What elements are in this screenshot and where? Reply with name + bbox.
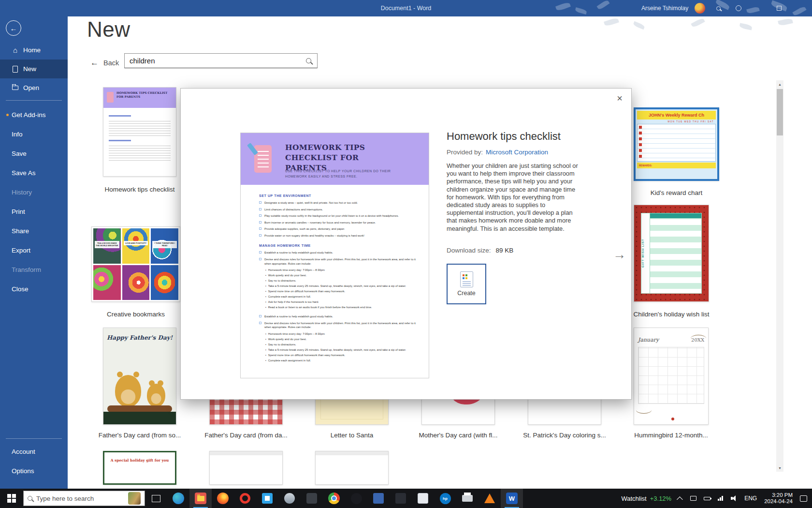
template-card-holiday-gift[interactable]: A special holiday gift for you <box>103 451 176 485</box>
vertical-scrollbar[interactable] <box>776 80 783 472</box>
thumb-grid <box>637 124 716 162</box>
provided-by-label: Provided by: <box>447 149 483 156</box>
decorative-leaf <box>739 23 753 30</box>
template-thumbnail <box>209 451 283 485</box>
calendar-month: January <box>638 337 659 343</box>
taskbar-search[interactable]: Type here to search <box>23 491 145 506</box>
calendar-grid <box>638 347 704 404</box>
taskbar-app-6[interactable] <box>278 489 301 508</box>
thumb-body <box>103 108 176 165</box>
taskbar-app-opera[interactable] <box>234 489 256 508</box>
bear-illustration <box>147 384 165 407</box>
template-card-kids-reward-chart[interactable]: JOHN's Weekly Reward Ch MON TUE WED THU … <box>634 107 719 181</box>
provider-link[interactable]: Microsoft Corporation <box>486 149 548 156</box>
taskbar-app-10[interactable] <box>367 489 390 508</box>
user-name[interactable]: Arseine Tshimolay <box>641 5 688 12</box>
rule-item: Say no to distractions. <box>265 279 419 283</box>
taskbar-app-file-explorer[interactable] <box>189 489 212 508</box>
template-card-creative-bookmarks[interactable]: TEA & BOOKS MAKE THE WORLD BRIGHTER LOVE… <box>91 226 180 302</box>
template-label: Mother's Day card (with fl... <box>414 432 503 439</box>
taskbar-app-edge[interactable] <box>167 489 189 508</box>
taskbar-app-hp[interactable]: hp <box>434 489 456 508</box>
sidebar-item-info[interactable]: Info <box>0 125 68 144</box>
next-template-arrow[interactable]: → <box>613 247 626 262</box>
template-card-partial[interactable] <box>209 451 283 485</box>
stocks-ticker[interactable]: Watchlist +3.12% <box>621 495 671 502</box>
sidebar-item-label: Account <box>12 448 35 455</box>
taskbar-app-store[interactable] <box>256 489 278 508</box>
sidebar-item-save-as[interactable]: Save As <box>0 164 68 182</box>
sidebar-item-history: History <box>0 183 68 202</box>
thumb-section-bar <box>109 115 131 117</box>
start-button[interactable] <box>0 489 23 508</box>
feedback-smiley-icon[interactable] <box>735 4 742 12</box>
tray-battery-icon[interactable] <box>704 497 710 500</box>
sidebar-item-get-add-ins[interactable]: Get Add-ins <box>0 105 68 124</box>
search-icon[interactable] <box>714 4 722 12</box>
restore-window-icon[interactable] <box>775 4 783 12</box>
template-thumbnail: Happy Father's Day! <box>103 328 176 425</box>
scrollbar-thumb[interactable] <box>777 89 783 135</box>
thumb-text-lines <box>109 144 171 161</box>
back-button[interactable] <box>6 20 21 36</box>
tray-monitor-icon[interactable] <box>690 496 696 501</box>
app-icon <box>373 493 384 504</box>
sidebar-item-new[interactable]: New <box>0 60 68 78</box>
template-card-partial[interactable] <box>315 451 389 485</box>
taskbar-app-7[interactable] <box>301 489 323 508</box>
decorative-leaf <box>778 18 793 26</box>
magnifier-glyph <box>716 6 721 11</box>
create-button[interactable]: Create <box>447 264 486 304</box>
search-icon[interactable] <box>306 58 311 63</box>
rule-item: Complete each assignment in full. <box>265 295 419 299</box>
search-placeholder: Type here to search <box>36 495 94 502</box>
sidebar-item-home[interactable]: Home <box>0 41 68 60</box>
hidden-icons-chevron-icon[interactable] <box>677 496 683 503</box>
sidebar-item-close[interactable]: Close <box>0 280 68 299</box>
template-card-hummingbird-calendar[interactable]: January 20XX Hummingbird 12-month... <box>634 328 709 425</box>
opera-icon <box>240 493 250 504</box>
template-card-holiday-wish-list[interactable]: GIFT WISH LIST Children's holiday wish l… <box>634 205 709 302</box>
taskbar-app-vlc[interactable] <box>478 489 501 508</box>
search-highlight-image[interactable] <box>128 492 141 505</box>
backstage-sidebar: Home New Open Get Add-ins Info Save Save… <box>0 0 68 489</box>
template-label: Creative bookmarks <box>84 311 188 318</box>
scroll-down-arrow-icon[interactable] <box>776 464 783 472</box>
sidebar-item-account[interactable]: Account <box>0 442 68 461</box>
sidebar-item-share[interactable]: Share <box>0 222 68 240</box>
sidebar-item-transform: Transform <box>0 260 68 279</box>
template-card-homework-tips[interactable]: HOMEWORK TIPS CHECKLIST FOR PARENTS Home… <box>103 87 176 177</box>
sidebar-item-export[interactable]: Export <box>0 241 68 260</box>
thumb-title: JOHN's Weekly Reward Ch <box>637 111 716 120</box>
checklist-item: Devise and discuss rules for homework ti… <box>259 257 419 266</box>
clock[interactable]: 3:20 PM 2024-04-24 <box>764 492 793 505</box>
template-card-fathers-day-bears[interactable]: Happy Father's Day! Father's Day card (f… <box>103 328 176 425</box>
back-link[interactable]: Back <box>90 58 119 68</box>
avatar[interactable] <box>695 3 705 14</box>
tray-volume-icon[interactable] <box>731 495 737 501</box>
task-view-button[interactable] <box>145 489 167 508</box>
search-input[interactable] <box>130 57 306 65</box>
vlc-icon <box>484 493 495 503</box>
download-size-label: Download size: <box>447 247 491 254</box>
taskbar-app-firefox[interactable] <box>212 489 234 508</box>
taskbar-app-11[interactable] <box>390 489 412 508</box>
taskbar-app-12[interactable] <box>412 489 434 508</box>
tray-network-icon[interactable] <box>718 496 724 501</box>
taskbar-app-chrome[interactable] <box>323 489 345 508</box>
checklist-item: Limit chances of distractions and interr… <box>259 208 419 212</box>
sidebar-item-print[interactable]: Print <box>0 202 68 221</box>
taskbar-app-9[interactable] <box>345 489 367 508</box>
clock-time: 3:20 PM <box>764 492 793 498</box>
taskbar-app-word[interactable]: W <box>501 489 523 508</box>
sidebar-item-save[interactable]: Save <box>0 144 68 163</box>
sidebar-item-options[interactable]: Options <box>0 462 68 480</box>
rule-item: Read a book or listen to an audio book i… <box>265 305 419 310</box>
hp-icon: hp <box>440 493 451 504</box>
scroll-up-arrow-icon[interactable] <box>776 80 783 88</box>
sidebar-item-open[interactable]: Open <box>0 78 68 97</box>
taskbar-app-printer[interactable] <box>456 489 478 508</box>
notification-center-icon[interactable] <box>800 495 807 502</box>
language-indicator[interactable]: ENG <box>744 495 757 502</box>
close-icon[interactable]: × <box>612 91 627 105</box>
